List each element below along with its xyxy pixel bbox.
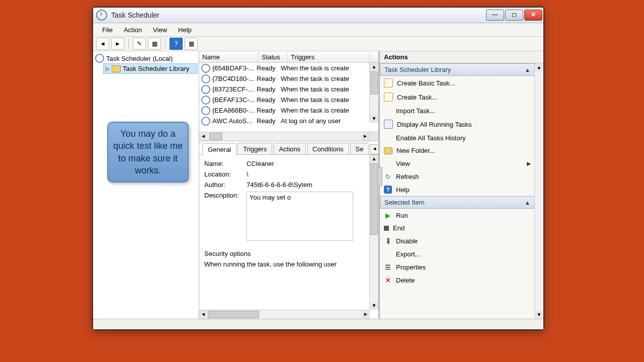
task-status: Ready	[257, 75, 281, 82]
tab-settings[interactable]: Se	[350, 143, 369, 154]
action-label: Disable	[396, 237, 418, 245]
section-library[interactable]: Task Scheduler Library ▲	[380, 63, 535, 76]
action-create-basic-task[interactable]: Create Basic Task...	[380, 76, 535, 90]
toolbar-properties-button[interactable]: ▦	[148, 38, 161, 50]
tab-triggers[interactable]: Triggers	[237, 143, 272, 154]
history-icon	[384, 134, 392, 142]
maximize-button[interactable]: ◻	[505, 10, 523, 21]
export-icon	[384, 250, 392, 258]
tab-conditions[interactable]: Conditions	[307, 143, 349, 154]
scroll-left-icon[interactable]: ◄	[199, 132, 207, 141]
toolbar-extra-button[interactable]: ▦	[185, 38, 198, 50]
nav-back-button[interactable]: ◄	[96, 38, 109, 50]
action-refresh[interactable]: ↻ Refresh	[380, 170, 535, 183]
action-delete[interactable]: ✕ Delete	[380, 274, 535, 287]
action-label: Import Task...	[396, 107, 435, 115]
action-new-folder[interactable]: New Folder...	[380, 144, 535, 157]
tab-general[interactable]: General	[202, 143, 236, 155]
scroll-left-icon[interactable]: ◄	[199, 310, 207, 319]
actions-panel: Actions Task Scheduler Library ▲ Create …	[380, 51, 543, 319]
action-end[interactable]: End	[380, 222, 535, 234]
action-display-running[interactable]: Display All Running Tasks	[380, 117, 535, 131]
collapse-icon[interactable]: ▲	[525, 200, 530, 206]
scroll-thumb[interactable]	[370, 71, 378, 95]
create-basic-task-icon	[384, 78, 393, 87]
action-run[interactable]: ▶ Run	[380, 209, 535, 222]
action-import-task[interactable]: Import Task...	[380, 104, 535, 117]
navigation-tree: Task Scheduler (Local) ▷ Task Scheduler …	[93, 51, 199, 319]
folder-icon	[112, 65, 121, 72]
scroll-down-icon[interactable]: ▼	[535, 311, 543, 319]
action-label: Delete	[396, 277, 415, 284]
scroll-right-icon[interactable]: ►	[362, 310, 370, 319]
task-row[interactable]: AWC AutoS...ReadyAt log on of any user	[199, 116, 378, 126]
action-disable[interactable]: ⬇ Disable	[380, 234, 535, 247]
toolbar-help-button[interactable]: ?	[170, 38, 183, 50]
tab-actions[interactable]: Actions	[273, 143, 306, 154]
task-row[interactable]: {654BDAF3-...ReadyWhen the task is creat…	[199, 63, 378, 73]
scroll-down-icon[interactable]: ▼	[370, 115, 378, 123]
scroll-thumb[interactable]	[208, 311, 259, 318]
task-row[interactable]: {7BC4D180-...ReadyWhen the task is creat…	[199, 73, 378, 84]
task-trigger: When the task is create	[281, 107, 378, 114]
scroll-thumb[interactable]	[209, 133, 222, 140]
nav-forward-button[interactable]: ►	[111, 38, 124, 50]
action-create-task[interactable]: Create Task...	[380, 90, 535, 104]
scroll-track[interactable]	[535, 71, 543, 311]
task-status: Ready	[257, 96, 281, 104]
minimize-button[interactable]: —	[486, 10, 504, 21]
tab-scroll-left-icon[interactable]: ◄	[370, 144, 379, 154]
titlebar: Task Scheduler — ◻ ✕	[93, 8, 543, 23]
action-export[interactable]: Export...	[380, 247, 535, 260]
center-panel: Name Status Triggers {654BDAF3-...ReadyW…	[199, 51, 380, 319]
section-selected-item[interactable]: Selected Item ▲	[380, 196, 535, 209]
action-enable-history[interactable]: Enable All Tasks History	[380, 131, 535, 144]
app-icon	[96, 10, 107, 21]
task-list-hscroll[interactable]: ◄ ►	[199, 132, 378, 141]
tree-library[interactable]: ▷ Task Scheduler Library	[103, 63, 198, 74]
description-value: You may set o	[250, 194, 291, 201]
scroll-right-icon[interactable]: ►	[361, 132, 369, 141]
security-options-text: When running the task, use the following…	[204, 260, 376, 268]
task-status: Ready	[257, 117, 281, 125]
task-icon	[201, 96, 210, 105]
status-bar	[93, 319, 543, 329]
submenu-arrow-icon: ▶	[527, 160, 531, 167]
task-name: {BEFAF13C-...	[212, 96, 257, 104]
column-triggers[interactable]: Triggers	[288, 52, 370, 62]
actions-vscroll[interactable]: ▲ ▼	[534, 63, 543, 319]
menu-view[interactable]: View	[148, 25, 172, 35]
menu-action[interactable]: Action	[119, 25, 147, 35]
action-label: Export...	[396, 250, 420, 258]
toolbar-action-button[interactable]: ✎	[133, 38, 146, 50]
tree-root[interactable]: Task Scheduler (Local)	[94, 53, 198, 63]
scroll-thumb[interactable]	[370, 163, 378, 235]
task-row[interactable]: {BEFAF13C-...ReadyWhen the task is creat…	[199, 95, 378, 105]
task-name: AWC AutoS...	[212, 117, 257, 125]
close-button[interactable]: ✕	[524, 10, 542, 21]
menu-file[interactable]: File	[97, 25, 118, 35]
main-area: Task Scheduler (Local) ▷ Task Scheduler …	[93, 51, 543, 319]
action-label: Refresh	[396, 173, 419, 180]
action-help[interactable]: ? Help	[380, 183, 535, 196]
task-list-vscroll[interactable]: ▲ ▼	[369, 63, 378, 123]
collapse-icon[interactable]: ▲	[525, 67, 530, 73]
description-box[interactable]: You may set o	[247, 192, 353, 241]
task-trigger: When the task is create	[281, 96, 378, 104]
scroll-down-icon[interactable]: ▼	[370, 302, 378, 310]
column-status[interactable]: Status	[259, 52, 288, 62]
section-library-label: Task Scheduler Library	[384, 66, 451, 73]
scroll-up-icon[interactable]: ▲	[370, 155, 378, 163]
scroll-up-icon[interactable]: ▲	[535, 63, 543, 71]
action-properties[interactable]: ☰ Properties	[380, 260, 535, 274]
task-list-header: Name Status Triggers	[199, 51, 378, 63]
column-name[interactable]: Name	[199, 52, 259, 62]
task-row[interactable]: {EEA866B0-1...ReadyWhen the task is crea…	[199, 105, 378, 116]
play-icon: ▶	[384, 211, 392, 219]
task-name: {7BC4D180-...	[212, 75, 257, 82]
menu-help[interactable]: Help	[173, 25, 197, 35]
details-hscroll[interactable]: ◄ ►	[199, 310, 370, 319]
task-row[interactable]: {83723ECF-5...ReadyWhen the task is crea…	[199, 84, 378, 95]
scroll-up-icon[interactable]: ▲	[370, 63, 378, 71]
action-view[interactable]: View ▶	[380, 157, 535, 170]
